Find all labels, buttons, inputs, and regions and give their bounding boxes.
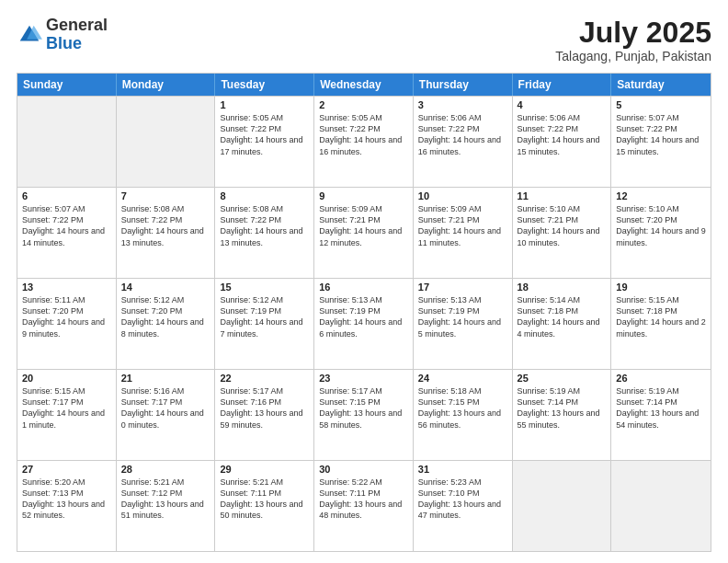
calendar-cell: 15Sunrise: 5:12 AM Sunset: 7:19 PM Dayli… xyxy=(215,279,314,369)
day-number: 29 xyxy=(220,464,309,475)
day-number: 4 xyxy=(518,99,607,110)
day-number: 14 xyxy=(121,282,210,293)
day-number: 11 xyxy=(518,190,607,201)
day-number: 25 xyxy=(518,373,607,384)
day-number: 9 xyxy=(319,190,408,201)
calendar-header-tuesday: Tuesday xyxy=(215,74,314,96)
calendar-cell: 14Sunrise: 5:12 AM Sunset: 7:20 PM Dayli… xyxy=(117,279,216,369)
title-block: July 2025 Talagang, Punjab, Pakistan xyxy=(555,17,711,63)
day-number: 17 xyxy=(418,282,507,293)
calendar-week-0: 1Sunrise: 5:05 AM Sunset: 7:22 PM Daylig… xyxy=(17,96,711,187)
day-number: 13 xyxy=(22,282,111,293)
cell-info: Sunrise: 5:06 AM Sunset: 7:22 PM Dayligh… xyxy=(518,112,607,157)
calendar-week-4: 27Sunrise: 5:20 AM Sunset: 7:13 PM Dayli… xyxy=(17,460,711,551)
day-number: 7 xyxy=(121,190,210,201)
day-number: 18 xyxy=(518,282,607,293)
cell-info: Sunrise: 5:14 AM Sunset: 7:18 PM Dayligh… xyxy=(518,294,607,339)
cell-info: Sunrise: 5:06 AM Sunset: 7:22 PM Dayligh… xyxy=(418,112,507,157)
day-number: 16 xyxy=(319,282,408,293)
calendar-header: SundayMondayTuesdayWednesdayThursdayFrid… xyxy=(17,74,711,96)
calendar-cell: 3Sunrise: 5:06 AM Sunset: 7:22 PM Daylig… xyxy=(414,97,513,187)
header: General Blue July 2025 Talagang, Punjab,… xyxy=(17,17,711,63)
calendar-cell: 27Sunrise: 5:20 AM Sunset: 7:13 PM Dayli… xyxy=(17,461,117,551)
cell-info: Sunrise: 5:08 AM Sunset: 7:22 PM Dayligh… xyxy=(121,203,210,248)
calendar-cell: 16Sunrise: 5:13 AM Sunset: 7:19 PM Dayli… xyxy=(314,279,414,369)
cell-info: Sunrise: 5:17 AM Sunset: 7:15 PM Dayligh… xyxy=(319,385,408,431)
cell-info: Sunrise: 5:18 AM Sunset: 7:15 PM Dayligh… xyxy=(418,385,507,431)
logo-text: General Blue xyxy=(46,17,108,53)
cell-info: Sunrise: 5:15 AM Sunset: 7:17 PM Dayligh… xyxy=(22,385,111,431)
calendar-cell: 30Sunrise: 5:22 AM Sunset: 7:11 PM Dayli… xyxy=(314,461,414,551)
day-number: 19 xyxy=(616,282,706,293)
calendar-cell: 22Sunrise: 5:17 AM Sunset: 7:16 PM Dayli… xyxy=(215,370,314,460)
cell-info: Sunrise: 5:07 AM Sunset: 7:22 PM Dayligh… xyxy=(616,112,706,157)
calendar-cell: 31Sunrise: 5:23 AM Sunset: 7:10 PM Dayli… xyxy=(414,461,513,551)
calendar-cell: 28Sunrise: 5:21 AM Sunset: 7:12 PM Dayli… xyxy=(117,461,216,551)
location-title: Talagang, Punjab, Pakistan xyxy=(555,49,711,63)
cell-info: Sunrise: 5:09 AM Sunset: 7:21 PM Dayligh… xyxy=(418,203,507,248)
cell-info: Sunrise: 5:08 AM Sunset: 7:22 PM Dayligh… xyxy=(220,203,309,248)
calendar-cell: 21Sunrise: 5:16 AM Sunset: 7:17 PM Dayli… xyxy=(117,370,216,460)
cell-info: Sunrise: 5:21 AM Sunset: 7:12 PM Dayligh… xyxy=(121,477,210,522)
cell-info: Sunrise: 5:20 AM Sunset: 7:13 PM Dayligh… xyxy=(22,477,111,522)
day-number: 20 xyxy=(22,373,111,384)
calendar-header-thursday: Thursday xyxy=(414,74,513,96)
cell-info: Sunrise: 5:15 AM Sunset: 7:18 PM Dayligh… xyxy=(616,294,706,339)
logo-general-text: General xyxy=(46,16,108,34)
day-number: 6 xyxy=(22,190,111,201)
cell-info: Sunrise: 5:05 AM Sunset: 7:22 PM Dayligh… xyxy=(319,112,408,157)
calendar-cell: 11Sunrise: 5:10 AM Sunset: 7:21 PM Dayli… xyxy=(513,188,612,278)
day-number: 26 xyxy=(616,373,706,384)
day-number: 15 xyxy=(220,282,309,293)
calendar-cell: 25Sunrise: 5:19 AM Sunset: 7:14 PM Dayli… xyxy=(513,370,612,460)
calendar-cell: 13Sunrise: 5:11 AM Sunset: 7:20 PM Dayli… xyxy=(17,279,117,369)
cell-info: Sunrise: 5:21 AM Sunset: 7:11 PM Dayligh… xyxy=(220,477,309,522)
calendar-cell xyxy=(117,97,216,187)
day-number: 22 xyxy=(220,373,309,384)
cell-info: Sunrise: 5:23 AM Sunset: 7:10 PM Dayligh… xyxy=(418,477,507,522)
logo-blue-text: Blue xyxy=(46,34,82,52)
day-number: 3 xyxy=(418,99,507,110)
calendar-cell: 9Sunrise: 5:09 AM Sunset: 7:21 PM Daylig… xyxy=(314,188,414,278)
calendar-cell: 12Sunrise: 5:10 AM Sunset: 7:20 PM Dayli… xyxy=(611,188,711,278)
cell-info: Sunrise: 5:10 AM Sunset: 7:20 PM Dayligh… xyxy=(616,203,706,248)
cell-info: Sunrise: 5:22 AM Sunset: 7:11 PM Dayligh… xyxy=(319,477,408,522)
calendar-cell: 4Sunrise: 5:06 AM Sunset: 7:22 PM Daylig… xyxy=(513,97,612,187)
cell-info: Sunrise: 5:12 AM Sunset: 7:19 PM Dayligh… xyxy=(220,294,309,339)
day-number: 8 xyxy=(220,190,309,201)
day-number: 23 xyxy=(319,373,408,384)
day-number: 31 xyxy=(418,464,507,475)
calendar-cell: 2Sunrise: 5:05 AM Sunset: 7:22 PM Daylig… xyxy=(314,97,414,187)
day-number: 30 xyxy=(319,464,408,475)
calendar: SundayMondayTuesdayWednesdayThursdayFrid… xyxy=(17,73,711,552)
logo: General Blue xyxy=(17,17,108,53)
calendar-cell: 19Sunrise: 5:15 AM Sunset: 7:18 PM Dayli… xyxy=(611,279,711,369)
calendar-cell xyxy=(17,97,117,187)
calendar-cell: 1Sunrise: 5:05 AM Sunset: 7:22 PM Daylig… xyxy=(215,97,314,187)
day-number: 24 xyxy=(418,373,507,384)
cell-info: Sunrise: 5:11 AM Sunset: 7:20 PM Dayligh… xyxy=(22,294,111,339)
calendar-header-wednesday: Wednesday xyxy=(314,74,414,96)
cell-info: Sunrise: 5:17 AM Sunset: 7:16 PM Dayligh… xyxy=(220,385,309,431)
calendar-cell: 17Sunrise: 5:13 AM Sunset: 7:19 PM Dayli… xyxy=(414,279,513,369)
calendar-week-1: 6Sunrise: 5:07 AM Sunset: 7:22 PM Daylig… xyxy=(17,187,711,278)
page: General Blue July 2025 Talagang, Punjab,… xyxy=(0,0,728,563)
cell-info: Sunrise: 5:09 AM Sunset: 7:21 PM Dayligh… xyxy=(319,203,408,248)
month-title: July 2025 xyxy=(555,17,711,49)
calendar-header-sunday: Sunday xyxy=(17,74,117,96)
calendar-cell: 20Sunrise: 5:15 AM Sunset: 7:17 PM Dayli… xyxy=(17,370,117,460)
day-number: 12 xyxy=(616,190,706,201)
cell-info: Sunrise: 5:07 AM Sunset: 7:22 PM Dayligh… xyxy=(22,203,111,248)
calendar-week-2: 13Sunrise: 5:11 AM Sunset: 7:20 PM Dayli… xyxy=(17,278,711,369)
calendar-cell: 29Sunrise: 5:21 AM Sunset: 7:11 PM Dayli… xyxy=(215,461,314,551)
calendar-week-3: 20Sunrise: 5:15 AM Sunset: 7:17 PM Dayli… xyxy=(17,369,711,460)
day-number: 5 xyxy=(616,99,706,110)
cell-info: Sunrise: 5:13 AM Sunset: 7:19 PM Dayligh… xyxy=(418,294,507,339)
calendar-cell: 23Sunrise: 5:17 AM Sunset: 7:15 PM Dayli… xyxy=(314,370,414,460)
day-number: 1 xyxy=(220,99,309,110)
logo-icon xyxy=(17,22,42,48)
cell-info: Sunrise: 5:05 AM Sunset: 7:22 PM Dayligh… xyxy=(220,112,309,157)
cell-info: Sunrise: 5:19 AM Sunset: 7:14 PM Dayligh… xyxy=(616,385,706,431)
calendar-cell: 5Sunrise: 5:07 AM Sunset: 7:22 PM Daylig… xyxy=(611,97,711,187)
calendar-cell: 24Sunrise: 5:18 AM Sunset: 7:15 PM Dayli… xyxy=(414,370,513,460)
